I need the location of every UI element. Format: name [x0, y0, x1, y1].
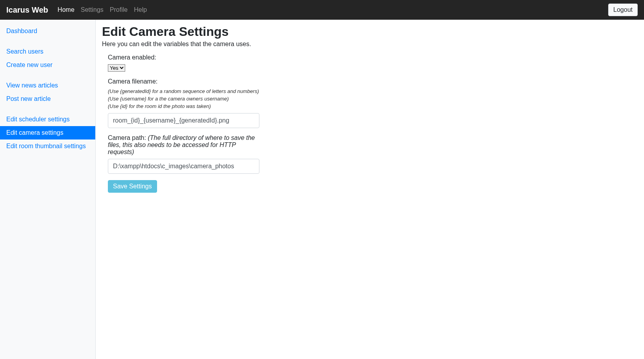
camera-path-label: Camera path: (The full directory of wher… — [108, 134, 259, 156]
main-content: Edit Camera Settings Here you can edit t… — [96, 20, 644, 359]
settings-form: Camera enabled: Yes No Camera filename: … — [102, 54, 259, 193]
camera-path-label-text: Camera path: — [108, 134, 148, 141]
top-navbar: Icarus Web Home Settings Profile Help Lo… — [0, 0, 644, 20]
nav-profile[interactable]: Profile — [107, 3, 131, 16]
filename-help-1: (Use {generatedId} for a random sequence… — [108, 88, 259, 94]
save-settings-button[interactable]: Save Settings — [108, 180, 157, 193]
filename-help-2: (Use {username} for a the camera owners … — [108, 96, 259, 102]
sidebar-item-edit-camera[interactable]: Edit camera settings — [0, 126, 95, 140]
camera-filename-label: Camera filename: — [108, 78, 259, 85]
logout-button[interactable]: Logout — [608, 4, 638, 16]
nav-help[interactable]: Help — [131, 3, 150, 16]
navbar-links: Home Settings Profile Help — [54, 6, 150, 13]
camera-enabled-label: Camera enabled: — [108, 54, 259, 61]
sidebar-item-search-users[interactable]: Search users — [0, 45, 95, 58]
nav-home[interactable]: Home — [54, 3, 78, 16]
brand-link[interactable]: Icarus Web — [6, 6, 48, 15]
sidebar-item-create-user[interactable]: Create new user — [0, 58, 95, 72]
filename-help-3: (Use {id} for the room id the photo was … — [108, 103, 259, 109]
page-title: Edit Camera Settings — [102, 24, 638, 39]
page-subtitle: Here you can edit the variables that the… — [102, 41, 638, 48]
sidebar: Dashboard Search users Create new user V… — [0, 20, 96, 359]
camera-path-input[interactable] — [108, 159, 259, 174]
layout: Dashboard Search users Create new user V… — [0, 20, 644, 359]
sidebar-item-view-news[interactable]: View news articles — [0, 79, 95, 92]
sidebar-item-dashboard[interactable]: Dashboard — [0, 24, 95, 38]
nav-settings[interactable]: Settings — [78, 3, 107, 16]
sidebar-item-edit-scheduler[interactable]: Edit scheduler settings — [0, 113, 95, 126]
sidebar-item-post-article[interactable]: Post new article — [0, 92, 95, 106]
sidebar-item-edit-thumbnail[interactable]: Edit room thumbnail settings — [0, 140, 95, 153]
camera-enabled-select[interactable]: Yes No — [108, 64, 125, 72]
navbar-left: Icarus Web Home Settings Profile Help — [6, 6, 150, 15]
camera-filename-input[interactable] — [108, 113, 259, 128]
